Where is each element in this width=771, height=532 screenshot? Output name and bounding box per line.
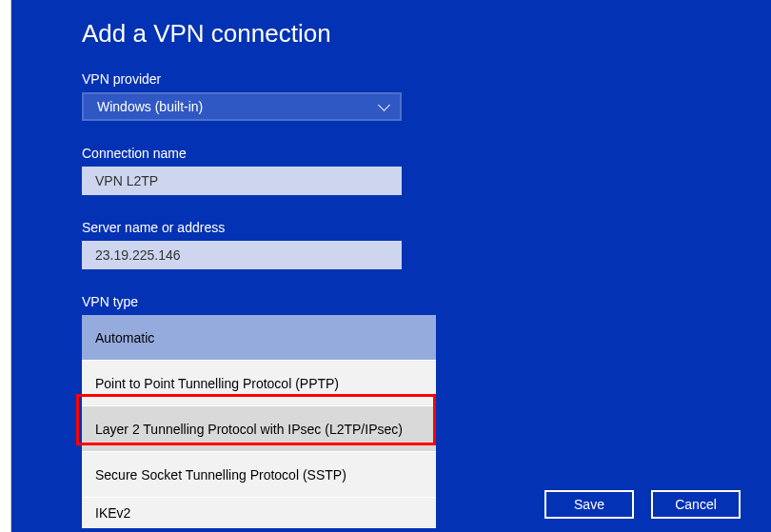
vpn-provider-group: VPN provider Windows (built-in) <box>82 71 771 121</box>
vpn-provider-select[interactable]: Windows (built-in) <box>82 92 402 121</box>
server-address-group: Server name or address <box>82 220 771 269</box>
vpn-provider-value: Windows (built-in) <box>97 99 203 114</box>
save-button[interactable]: Save <box>544 490 634 519</box>
vpn-type-option-l2tp[interactable]: Layer 2 Tunnelling Protocol with IPsec (… <box>82 406 436 452</box>
vpn-type-option-sstp[interactable]: Secure Socket Tunnelling Protocol (SSTP) <box>82 452 436 498</box>
vpn-type-option-automatic[interactable]: Automatic <box>82 315 436 361</box>
page-title: Add a VPN connection <box>82 19 771 49</box>
form-content: Add a VPN connection VPN provider Window… <box>11 0 771 528</box>
cancel-button[interactable]: Cancel <box>651 490 741 519</box>
connection-name-group: Connection name <box>82 146 771 195</box>
vpn-type-label: VPN type <box>82 294 771 309</box>
vpn-type-option-ikev2[interactable]: IKEv2 <box>82 498 436 528</box>
server-address-label: Server name or address <box>82 220 771 235</box>
window-edge <box>0 0 11 532</box>
connection-name-label: Connection name <box>82 146 771 161</box>
vpn-type-dropdown[interactable]: Automatic Point to Point Tunnelling Prot… <box>82 315 436 528</box>
vpn-provider-label: VPN provider <box>82 71 771 87</box>
connection-name-input[interactable] <box>82 167 402 195</box>
vpn-type-option-pptp[interactable]: Point to Point Tunnelling Protocol (PPTP… <box>82 361 436 406</box>
add-vpn-panel: Add a VPN connection VPN provider Window… <box>11 0 771 532</box>
server-address-input[interactable] <box>82 241 402 269</box>
button-row: Save Cancel <box>544 490 741 519</box>
